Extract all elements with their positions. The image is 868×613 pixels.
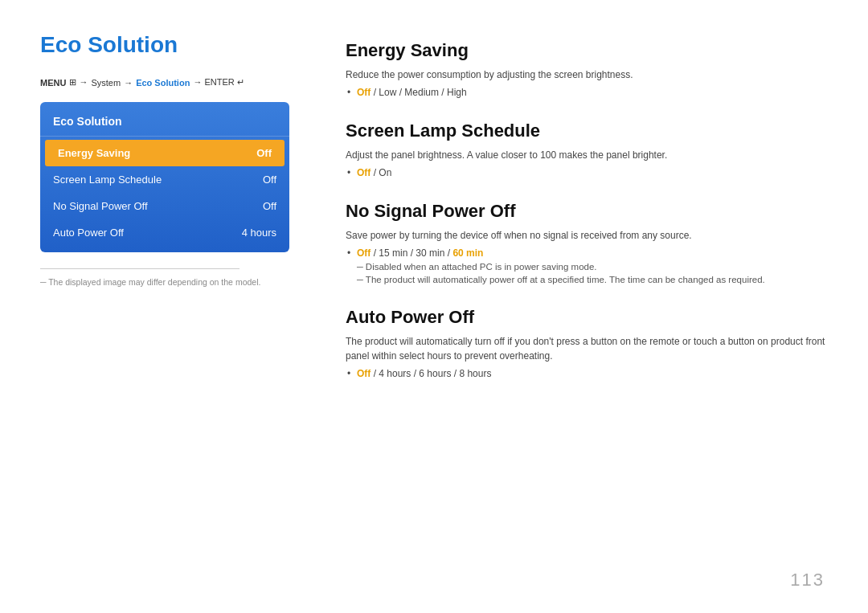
section-no-signal-options: Off / 15 min / 30 min / 60 min [346, 247, 828, 259]
menu-item-energy-saving-label: Energy Saving [58, 147, 130, 159]
breadcrumb: MENU ⊞ → System → Eco Solution → ENTER ↵ [40, 77, 289, 88]
no-signal-option: Off / 15 min / 30 min / 60 min [357, 247, 828, 259]
section-auto-power-options: Off / 4 hours / 6 hours / 8 hours [346, 368, 828, 379]
energy-saving-option: Off / Low / Medium / High [357, 87, 828, 98]
breadcrumb-sep1: ⊞ → [69, 77, 88, 88]
menu-item-auto-power-value: 4 hours [242, 227, 276, 239]
section-energy-saving: Energy Saving Reduce the power consumpti… [346, 40, 828, 98]
section-screen-lamp-title: Screen Lamp Schedule [346, 121, 828, 141]
section-energy-saving-desc: Reduce the power consumption by adjustin… [346, 67, 828, 82]
no-signal-rest: / 15 min / 30 min / [371, 247, 452, 259]
screen-lamp-option: Off / On [357, 167, 828, 178]
eco-solution-menu: Eco Solution Energy Saving Off Screen La… [40, 102, 289, 252]
menu-item-screen-lamp[interactable]: Screen Lamp Schedule Off [40, 166, 289, 193]
menu-item-no-signal-value: Off [263, 200, 276, 212]
breadcrumb-menu: MENU [40, 78, 66, 88]
menu-item-no-signal[interactable]: No Signal Power Off Off [40, 193, 289, 219]
breadcrumb-sep2: → [124, 78, 133, 88]
section-auto-power-title: Auto Power Off [346, 307, 828, 328]
page-number: 113 [790, 570, 825, 591]
section-screen-lamp-desc: Adjust the panel brightness. A value clo… [346, 148, 828, 162]
menu-item-auto-power-label: Auto Power Off [53, 227, 124, 239]
no-signal-60: 60 min [452, 247, 483, 259]
divider [40, 268, 240, 269]
right-panel: Energy Saving Reduce the power consumpti… [313, 32, 828, 581]
breadcrumb-eco: Eco Solution [136, 78, 190, 88]
menu-item-screen-lamp-value: Off [263, 174, 276, 186]
section-energy-saving-options: Off / Low / Medium / High [346, 87, 828, 98]
page-title: Eco Solution [40, 32, 289, 58]
menu-box-title: Eco Solution [40, 108, 289, 137]
no-signal-off: Off [357, 247, 371, 259]
auto-power-rest: / 4 hours / 6 hours / 8 hours [371, 368, 491, 379]
section-screen-lamp: Screen Lamp Schedule Adjust the panel br… [346, 121, 828, 178]
no-signal-note1: Disabled when an attached PC is in power… [346, 262, 828, 272]
menu-item-energy-saving-value: Off [256, 147, 272, 159]
section-no-signal: No Signal Power Off Save power by turnin… [346, 201, 828, 284]
section-no-signal-desc: Save power by turning the device off whe… [346, 228, 828, 243]
energy-saving-rest: / Low / Medium / High [371, 87, 466, 98]
screen-lamp-rest: / On [371, 167, 391, 178]
auto-power-off: Off [357, 368, 371, 379]
section-energy-saving-title: Energy Saving [346, 40, 828, 61]
menu-item-screen-lamp-label: Screen Lamp Schedule [53, 174, 162, 186]
auto-power-option: Off / 4 hours / 6 hours / 8 hours [357, 368, 828, 379]
menu-item-energy-saving[interactable]: Energy Saving Off [45, 140, 285, 166]
screen-lamp-off: Off [357, 167, 371, 178]
left-panel: Eco Solution MENU ⊞ → System → Eco Solut… [40, 32, 313, 581]
breadcrumb-sep3: → ENTER ↵ [193, 77, 244, 88]
section-auto-power: Auto Power Off The product will automati… [346, 307, 828, 379]
menu-item-no-signal-label: No Signal Power Off [53, 200, 148, 212]
breadcrumb-system: System [91, 78, 121, 88]
model-note: The displayed image may differ depending… [40, 277, 289, 287]
menu-item-auto-power[interactable]: Auto Power Off 4 hours [40, 219, 289, 246]
no-signal-note2: The product will automatically power off… [346, 275, 828, 284]
section-auto-power-desc: The product will automatically turn off … [346, 334, 828, 363]
section-screen-lamp-options: Off / On [346, 167, 828, 178]
section-no-signal-title: No Signal Power Off [346, 201, 828, 222]
energy-saving-off: Off [357, 87, 371, 98]
